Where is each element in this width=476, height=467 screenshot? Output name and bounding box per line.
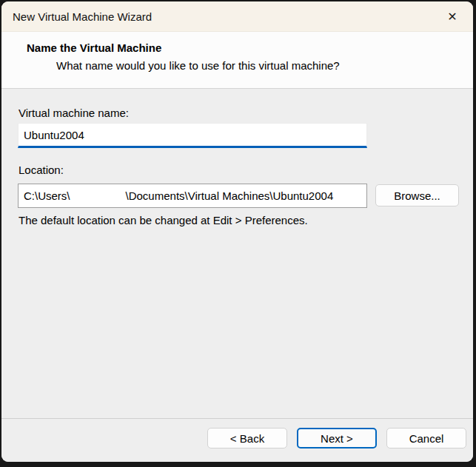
- close-icon[interactable]: ✕: [442, 6, 463, 27]
- new-vm-wizard-dialog: New Virtual Machine Wizard ✕ Name the Vi…: [1, 1, 473, 462]
- wizard-header: Name the Virtual Machine What name would…: [1, 32, 473, 89]
- window-title: New Virtual Machine Wizard: [13, 10, 152, 23]
- wizard-content: Virtual machine name: Location: Browse..…: [1, 89, 473, 418]
- cancel-button[interactable]: Cancel: [386, 428, 466, 448]
- browse-button[interactable]: Browse...: [375, 184, 459, 206]
- next-button[interactable]: Next >: [297, 428, 377, 448]
- location-input[interactable]: [18, 184, 367, 208]
- vm-name-label: Virtual machine name:: [19, 107, 129, 119]
- page-title: Name the Virtual Machine: [27, 41, 473, 54]
- default-location-hint: The default location can be changed at E…: [19, 214, 308, 226]
- vm-name-input[interactable]: [18, 123, 367, 148]
- page-subtitle: What name would you like to use for this…: [56, 59, 473, 72]
- back-button[interactable]: < Back: [207, 428, 287, 448]
- wizard-footer: < Back Next > Cancel: [1, 418, 473, 462]
- location-label: Location:: [19, 164, 64, 176]
- titlebar: New Virtual Machine Wizard ✕: [1, 1, 473, 32]
